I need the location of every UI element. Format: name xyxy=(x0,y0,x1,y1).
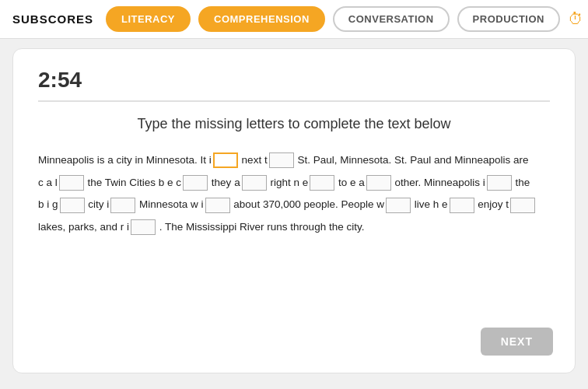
tab-conversation[interactable]: CONVERSATION xyxy=(333,6,450,32)
next-button[interactable]: NEXT xyxy=(481,328,553,356)
blank-13a[interactable] xyxy=(450,198,474,213)
word-3: c a l xyxy=(38,172,85,194)
blank-9a[interactable] xyxy=(60,198,85,213)
word-1: i xyxy=(209,149,239,171)
blank-14a[interactable] xyxy=(510,198,535,213)
blank-4a[interactable] xyxy=(183,175,208,191)
word-12: w xyxy=(376,194,411,216)
top-bar: SUBSCORES LITERACY COMPREHENSION CONVERS… xyxy=(0,0,588,39)
word-11: w i xyxy=(191,194,231,216)
word-8: i xyxy=(483,172,513,194)
blank-3a[interactable] xyxy=(59,175,84,191)
blank-8a[interactable] xyxy=(487,175,512,191)
blank-6a[interactable] xyxy=(310,175,334,191)
blank-5a[interactable] xyxy=(242,175,267,191)
tab-comprehension[interactable]: COMPREHENSION xyxy=(198,6,325,32)
timer-area: ⏱ 3:00 xyxy=(568,9,588,30)
word-13: h e xyxy=(433,194,475,216)
blank-10a[interactable] xyxy=(110,198,135,213)
word-14: t xyxy=(506,194,536,216)
timer-icon: ⏱ xyxy=(568,10,583,28)
blank-7a[interactable] xyxy=(366,175,391,191)
main-content: 2:54 Type the missing letters to complet… xyxy=(12,48,576,373)
blank-12a[interactable] xyxy=(386,198,411,213)
passage-text: Minneapolis is a city in Minnesota. It i… xyxy=(38,149,550,238)
tab-production[interactable]: PRODUCTION xyxy=(457,6,560,32)
word-6: n e xyxy=(293,172,335,194)
word-5: a xyxy=(234,172,268,194)
instruction-text: Type the missing letters to complete the… xyxy=(38,116,550,132)
section-divider xyxy=(38,100,550,102)
blank-2a[interactable] xyxy=(269,152,294,168)
tab-literacy[interactable]: LITERACY xyxy=(106,6,191,32)
elapsed-time: 2:54 xyxy=(38,68,550,93)
subscores-label: SUBSCORES xyxy=(12,12,93,26)
blank-15a[interactable] xyxy=(131,219,156,235)
word-4: b e c xyxy=(159,172,208,194)
word-10: i xyxy=(107,194,136,216)
word-2: t xyxy=(264,149,295,171)
blank-1a[interactable] xyxy=(213,152,238,168)
word-15: r i xyxy=(121,216,156,238)
word-7: e a xyxy=(350,172,392,194)
word-9: b i g xyxy=(38,194,86,216)
blank-11a[interactable] xyxy=(205,198,230,213)
